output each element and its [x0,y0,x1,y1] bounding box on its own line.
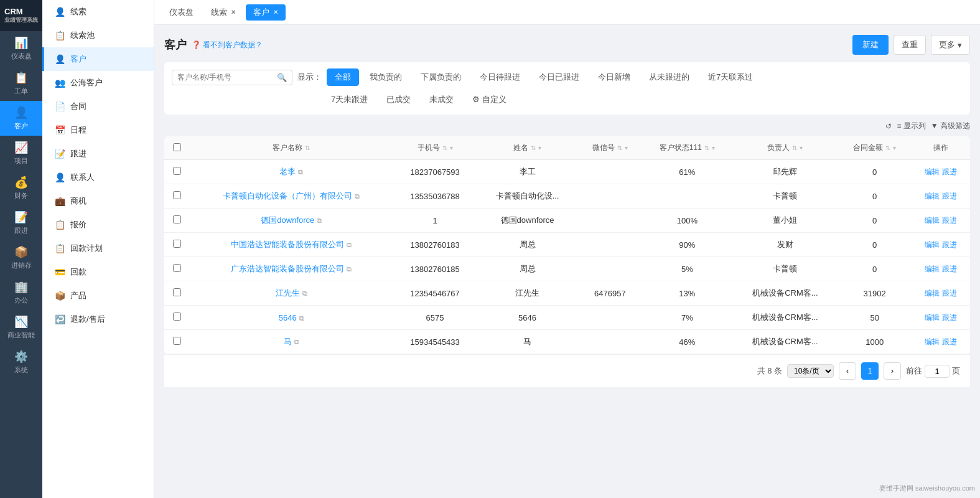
filter-wechat-icon[interactable]: ▾ [625,144,628,151]
edit-button[interactable]: 编辑 [925,337,940,346]
filter-tag-7days_contact[interactable]: 近7天联系过 [700,68,761,86]
followup-button[interactable]: 跟进 [942,240,957,249]
sidebar-item-inventory[interactable]: 📦进销存 [0,240,42,275]
edit-button[interactable]: 编辑 [925,167,940,176]
select-all-checkbox[interactable] [173,143,181,151]
copy-name-icon[interactable]: ⧉ [347,265,352,273]
filter-status-icon[interactable]: ▾ [712,144,715,151]
customer-name-link[interactable]: 德国downforce [261,215,314,225]
current-page-button[interactable]: 1 [861,362,879,380]
page-size-select[interactable]: 10条/页 [787,364,834,378]
sidebar-item-followup[interactable]: 📝跟进 [0,205,42,240]
filter-owner-icon[interactable]: ▾ [800,144,803,151]
sort-contact_name-icon[interactable]: ⇅ [531,144,536,151]
customer-name-link[interactable]: 5646 [279,313,297,322]
nav-item-payplan[interactable]: 📋回款计划 [42,237,154,260]
tab-clue[interactable]: 线索✕ [203,4,243,21]
edit-button[interactable]: 编辑 [925,289,940,298]
customer-name-link[interactable]: 老李 [279,167,296,176]
page-help[interactable]: ❓ 看不到客户数据？ [192,40,263,50]
row-checkbox-5[interactable] [173,288,181,296]
followup-button[interactable]: 跟进 [942,289,957,298]
filter-tag-today_new[interactable]: 今日新增 [590,68,638,86]
sort-wechat-icon[interactable]: ⇅ [617,144,622,151]
sort-amount-icon[interactable]: ⇅ [885,144,890,151]
row-checkbox-0[interactable] [173,167,181,175]
sidebar-item-customer[interactable]: 👤客户 [0,101,42,136]
filter-tag-7days_no_follow[interactable]: 7天未跟进 [323,91,376,108]
followup-button[interactable]: 跟进 [942,337,957,346]
followup-button[interactable]: 跟进 [942,167,957,176]
advanced-filter-button[interactable]: ▼ 高级筛选 [931,121,970,131]
row-checkbox-4[interactable] [173,264,181,272]
filter-tag-today_followed[interactable]: 今日已跟进 [531,68,587,86]
tab-dashboard[interactable]: 仪表盘 [162,4,201,21]
tab-close-customer[interactable]: ✕ [273,9,278,16]
prev-page-button[interactable]: ‹ [839,362,856,380]
edit-button[interactable]: 编辑 [925,265,940,273]
filter-contact_name-icon[interactable]: ▾ [538,144,541,151]
nav-item-contact[interactable]: 👤联系人 [42,166,154,189]
sidebar-item-dashboard[interactable]: 📊仪表盘 [0,31,42,66]
customer-name-link[interactable]: 广东浩达智能装备股份有限公司 [231,264,344,273]
sort-phone-icon[interactable]: ⇅ [442,144,447,151]
nav-item-publiccustomer[interactable]: 👥公海客户 [42,71,154,95]
copy-name-icon[interactable]: ⧉ [298,168,303,176]
more-button[interactable]: 更多 ▾ [931,35,970,55]
display-cols-button[interactable]: ≡ 显示列 [897,121,925,131]
followup-button[interactable]: 跟进 [942,216,957,225]
tab-close-clue[interactable]: ✕ [231,9,236,16]
sidebar-item-system[interactable]: ⚙️系统 [0,345,42,380]
sort-status-icon[interactable]: ⇅ [704,144,709,151]
filter-tag-all[interactable]: 全部 [327,68,359,86]
filter-tag-not_completed[interactable]: 未成交 [421,91,462,108]
followup-button[interactable]: 跟进 [942,192,957,200]
nav-item-contract[interactable]: 📄合同 [42,95,154,118]
customer-name-link[interactable]: 马 [284,337,292,346]
sort-owner-icon[interactable]: ⇅ [792,144,797,151]
next-page-button[interactable]: › [884,362,901,380]
customer-name-link[interactable]: 中国浩达智能装备股份有限公司 [231,240,344,249]
new-button[interactable]: 新建 [852,35,889,55]
edit-button[interactable]: 编辑 [925,313,940,322]
customer-name-link[interactable]: 卡普顿自动化设备（广州）有限公司 [223,191,352,200]
customer-name-link[interactable]: 江先生 [276,288,300,298]
sidebar-item-bi[interactable]: 📉商业智能 [0,310,42,345]
copy-name-icon[interactable]: ⧉ [302,289,307,297]
edit-button[interactable]: 编辑 [925,216,940,225]
refresh-button[interactable]: ↺ [885,122,892,131]
row-checkbox-3[interactable] [173,240,181,248]
followup-button[interactable]: 跟进 [942,265,957,273]
nav-item-clue[interactable]: 👤线索 [42,0,154,24]
nav-item-quote[interactable]: 📋报价 [42,213,154,237]
filter-tag-sub[interactable]: 下属负责的 [413,68,469,86]
search-box[interactable]: 🔍 [172,70,292,85]
row-checkbox-7[interactable] [173,337,181,345]
nav-item-refund[interactable]: ↩️退款/售后 [42,308,154,331]
filter-phone-icon[interactable]: ▾ [450,144,453,151]
nav-item-opportunity[interactable]: 💼商机 [42,189,154,213]
nav-item-followup2[interactable]: 📝跟进 [42,142,154,166]
filter-tag-completed[interactable]: 已成交 [378,91,419,108]
filter-tag-mine[interactable]: 我负责的 [362,68,410,86]
filter-amount-icon[interactable]: ▾ [893,144,896,151]
sidebar-item-office[interactable]: 🏢办公 [0,275,42,310]
filter-tag-custom[interactable]: ⚙ 自定义 [464,91,515,108]
row-checkbox-6[interactable] [173,312,181,321]
filter-tag-never_followed[interactable]: 从未跟进的 [641,68,698,86]
edit-button[interactable]: 编辑 [925,240,940,249]
goto-page-input[interactable] [925,365,950,378]
nav-item-cluepool[interactable]: 📋线索池 [42,24,154,47]
search-input[interactable] [177,73,277,82]
copy-name-icon[interactable]: ⧉ [299,314,304,322]
filter-tag-today_pending[interactable]: 今日待跟进 [472,68,528,86]
reset-button[interactable]: 查重 [894,35,926,55]
row-checkbox-1[interactable] [173,191,181,199]
followup-button[interactable]: 跟进 [942,313,957,322]
sidebar-item-workorder[interactable]: 📋工单 [0,66,42,101]
tab-customer[interactable]: 客户✕ [246,4,286,21]
sort-name-icon[interactable]: ⇅ [305,144,310,151]
row-checkbox-2[interactable] [173,215,181,223]
nav-item-product[interactable]: 📦产品 [42,284,154,308]
nav-item-schedule[interactable]: 📅日程 [42,118,154,142]
